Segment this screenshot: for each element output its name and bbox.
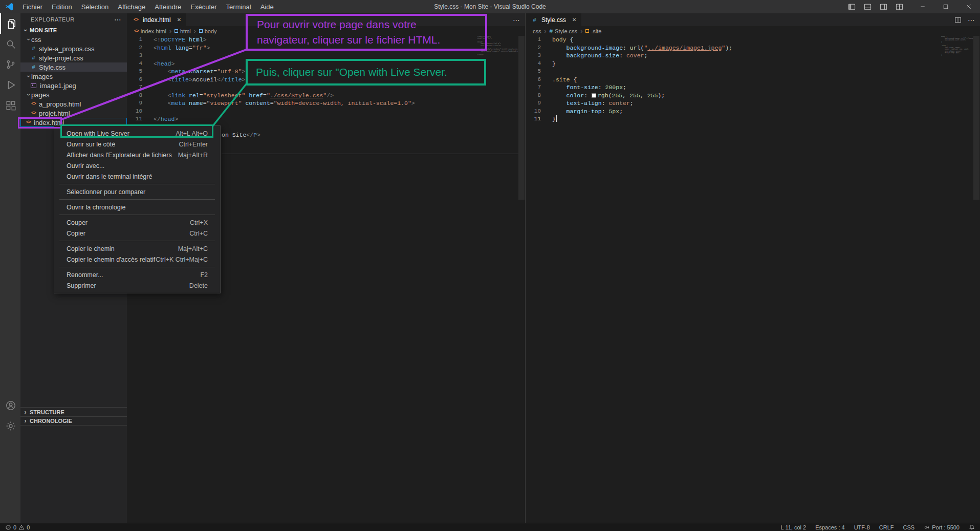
folder-css[interactable]: ›css [20, 35, 127, 44]
annotation-text: Puis, cliquer sur "Open with Live Server… [256, 66, 447, 78]
menu-atteindre[interactable]: Atteindre [150, 0, 186, 13]
status-cursor-position[interactable]: L 11, col 2 [781, 524, 807, 530]
line-number: 1 [127, 36, 142, 44]
minimap-right[interactable]: body { background-image: url("../images/… [941, 36, 973, 56]
menu-item-label: Supprimer [67, 282, 96, 289]
menu-s-lection[interactable]: Sélection [77, 0, 113, 13]
file-a-propos-html[interactable]: <>a_propos.html [20, 99, 127, 109]
more-actions-icon[interactable]: ⋯ [968, 16, 975, 24]
explorer-more-icon[interactable]: ⋯ [114, 15, 122, 24]
settings-icon[interactable] [0, 416, 20, 436]
breadcrumb-label: .site [591, 28, 601, 34]
context-item-ouvrir-la-chronologie[interactable]: Ouvrir la chronologie [54, 202, 220, 213]
run-and-debug-icon[interactable] [0, 75, 20, 95]
line-content: <head> [154, 60, 175, 68]
split-editor-icon[interactable] [954, 16, 962, 24]
context-item-copier[interactable]: CopierCtrl+C [54, 228, 220, 239]
line-number: 7 [526, 83, 541, 92]
minimize-button[interactable] [911, 0, 934, 13]
menu-terminal[interactable]: Terminal [222, 0, 256, 13]
line-number: 6 [127, 76, 142, 84]
scrollbar-left[interactable] [518, 36, 525, 523]
accounts-icon[interactable] [0, 395, 20, 416]
line-number: 3 [526, 52, 541, 60]
more-actions-icon[interactable]: ⋯ [513, 16, 520, 24]
breadcrumb-style-css[interactable]: #Style.css [550, 28, 578, 34]
folder-images[interactable]: ›images [20, 72, 127, 81]
explorer-icon[interactable] [0, 13, 20, 34]
html-file-icon: <> [30, 101, 37, 107]
breadcrumb-html[interactable]: html [175, 28, 191, 34]
breadcrumb-css[interactable]: css [533, 28, 541, 34]
status-encoding[interactable]: UTF-8 [854, 524, 870, 530]
explorer-section-header[interactable]: › MON SITE [20, 26, 127, 35]
breadcrumb-separator: › [545, 28, 547, 35]
editor-actions-right: ⋯ [954, 13, 975, 26]
context-item-ouvrir-dans-le-terminal-int-gr[interactable]: Ouvrir dans le terminal intégré [54, 171, 220, 182]
context-item-afficher-dans-l-explorateur-de-fichiers[interactable]: Afficher dans l'Explorateur de fichiersM… [54, 150, 220, 160]
file-tree: ›css#style-a_propos.css#style-projet.css… [20, 35, 127, 127]
notifications-bell-icon[interactable] [969, 524, 975, 530]
file-image1-jpeg[interactable]: image1.jpeg [20, 81, 127, 90]
menu-item-label: Ouvrir dans le terminal intégré [67, 173, 152, 180]
menu-fichier[interactable]: Fichier [18, 0, 47, 13]
file-projet-html[interactable]: <>projet.html [20, 109, 127, 118]
scrollbar-right[interactable] [973, 36, 980, 523]
menu-aide[interactable]: Aide [256, 0, 278, 13]
tab-style-css[interactable]: # Style.css ✕ [526, 13, 581, 26]
file-label: a_propos.html [39, 100, 81, 108]
pane-structure[interactable]: ›STRUCTURE [20, 407, 127, 416]
folder-pages[interactable]: ›pages [20, 90, 127, 99]
customize-layout-icon[interactable] [896, 3, 903, 11]
breadcrumb-site[interactable]: .site [585, 28, 601, 34]
menu-item-label: Ouvrir avec... [67, 162, 104, 169]
context-item-couper[interactable]: CouperCtrl+X [54, 217, 220, 228]
maximize-button[interactable] [934, 0, 957, 13]
code-line-5: 5 [526, 68, 980, 76]
search-icon[interactable] [0, 34, 20, 54]
css-file-icon: # [30, 64, 37, 70]
context-item-s-lectionner-pour-comparer[interactable]: Sélectionner pour comparer [54, 186, 220, 197]
toggle-panel-icon[interactable] [864, 3, 872, 11]
close-button[interactable] [957, 0, 980, 13]
status-indentation[interactable]: Espaces : 4 [815, 524, 844, 530]
file-style-projet-css[interactable]: #style-projet.css [20, 53, 127, 62]
toggle-sidebar-icon[interactable] [848, 3, 856, 11]
file-label: css [31, 36, 41, 44]
status-eol[interactable]: CRLF [879, 524, 894, 530]
line-content: } [552, 60, 556, 68]
code-editor-style-css[interactable]: 1body {2 background-image: url("../image… [526, 36, 980, 523]
color-swatch [592, 93, 596, 98]
file-style-a-propos-css[interactable]: #style-a_propos.css [20, 44, 127, 53]
file-label: style-a_propos.css [39, 45, 94, 53]
file-style-css[interactable]: #Style.css [20, 62, 127, 72]
tab-index-html[interactable]: <> index.html ✕ [127, 13, 186, 26]
line-number: 7 [127, 83, 142, 92]
breadcrumb-body[interactable]: body [199, 28, 217, 34]
file-label: image1.jpeg [40, 82, 76, 90]
context-item-ouvrir-avec[interactable]: Ouvrir avec... [54, 160, 220, 171]
menu-edition[interactable]: Edition [47, 0, 77, 13]
code-line-11: 11</head> [127, 115, 525, 123]
breadcrumb-index-html[interactable]: <>index.html [134, 28, 166, 34]
status-problems[interactable]: 0 0 [5, 524, 30, 530]
text-cursor [556, 115, 557, 122]
context-item-supprimer[interactable]: SupprimerDelete [54, 280, 220, 291]
menu-ex-cuter[interactable]: Exécuter [186, 0, 221, 13]
status-live-server-port[interactable]: Port : 5500 [924, 524, 960, 530]
tab-close-icon[interactable]: ✕ [177, 17, 181, 23]
menu-affichage[interactable]: Affichage [113, 0, 150, 13]
editor-divider-line [222, 154, 518, 154]
context-item-ouvrir-sur-le-c-t[interactable]: Ouvrir sur le côtéCtrl+Enter [54, 139, 220, 150]
source-control-icon[interactable] [0, 54, 20, 75]
context-item-renommer[interactable]: Renommer...F2 [54, 269, 220, 280]
context-item-copier-le-chemin-d-acc-s-relatif[interactable]: Copier le chemin d'accès relatifCtrl+K C… [54, 254, 220, 265]
line-number: 4 [526, 60, 541, 68]
context-item-copier-le-chemin[interactable]: Copier le cheminMaj+Alt+C [54, 243, 220, 254]
extensions-icon[interactable] [0, 95, 20, 116]
line-content: background-size: cover; [552, 52, 647, 60]
tab-close-icon[interactable]: ✕ [572, 17, 576, 23]
status-language[interactable]: CSS [903, 524, 915, 530]
pane-chronologie[interactable]: ›CHRONOLOGIE [20, 416, 127, 426]
toggle-secondary-sidebar-icon[interactable] [880, 3, 887, 11]
